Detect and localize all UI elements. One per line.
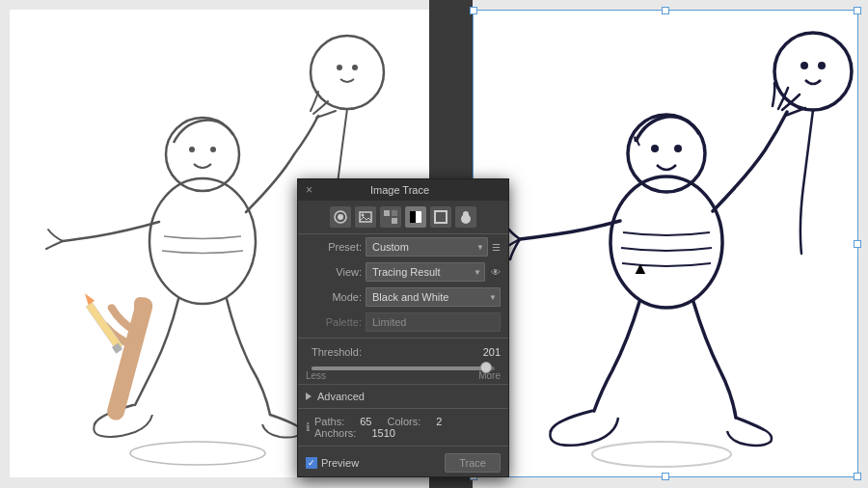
threshold-slider-fill bbox=[312, 366, 486, 370]
preset-icons-row bbox=[298, 201, 508, 234]
svg-point-6 bbox=[337, 65, 342, 70]
threshold-slider-container[interactable] bbox=[298, 365, 508, 370]
traced-illustration bbox=[474, 11, 859, 478]
preset-select-wrapper[interactable]: Custom ▼ bbox=[366, 237, 488, 257]
advanced-row[interactable]: Advanced bbox=[298, 388, 508, 405]
image-trace-panel: × Image Trace Preset: Custom ▼ ☰ bbox=[297, 178, 509, 477]
low-fidelity-preset-icon[interactable] bbox=[380, 206, 401, 228]
preset-row: Preset: Custom ▼ ☰ bbox=[298, 234, 508, 259]
selection-handle-tl[interactable] bbox=[470, 7, 477, 14]
panel-divider-3 bbox=[298, 408, 508, 409]
svg-rect-24 bbox=[392, 210, 397, 216]
threshold-less-label: Less bbox=[306, 370, 326, 381]
palette-select: Limited bbox=[366, 312, 501, 332]
svg-point-22 bbox=[362, 214, 365, 217]
preset-select[interactable]: Custom bbox=[366, 237, 488, 257]
advanced-expand-icon bbox=[306, 393, 312, 400]
right-canvas[interactable] bbox=[473, 10, 858, 477]
svg-rect-23 bbox=[384, 210, 390, 216]
svg-rect-26 bbox=[392, 218, 397, 224]
advanced-label[interactable]: Advanced bbox=[317, 391, 365, 402]
info-values: Paths: 65 Colors: 2 Anchors: 1510 bbox=[311, 416, 501, 439]
svg-point-31 bbox=[463, 211, 469, 217]
svg-point-13 bbox=[651, 145, 659, 152]
svg-point-14 bbox=[674, 145, 682, 152]
view-label: View: bbox=[306, 266, 362, 278]
svg-rect-25 bbox=[384, 218, 390, 224]
panel-divider-1 bbox=[298, 338, 508, 339]
svg-rect-21 bbox=[360, 212, 371, 222]
preview-checkbox-label[interactable]: ✓ Preview bbox=[306, 457, 359, 469]
paths-label: Paths: bbox=[314, 416, 344, 427]
paths-value: 65 bbox=[360, 416, 371, 427]
svg-point-0 bbox=[149, 178, 256, 304]
svg-point-2 bbox=[189, 147, 195, 152]
view-row: View: Tracing Result ▼ 👁 bbox=[298, 259, 508, 285]
preview-checkbox[interactable]: ✓ bbox=[306, 457, 317, 469]
mode-label: Mode: bbox=[306, 291, 362, 303]
svg-point-17 bbox=[800, 62, 808, 69]
black-white-preset-icon[interactable] bbox=[405, 206, 426, 228]
panel-divider-2 bbox=[298, 384, 508, 385]
svg-rect-28 bbox=[416, 211, 421, 223]
preset-menu-icon[interactable]: ☰ bbox=[492, 242, 501, 253]
threshold-value: 201 bbox=[474, 346, 501, 358]
view-select-wrapper[interactable]: Tracing Result ▼ bbox=[366, 262, 485, 282]
palette-row: Palette: Limited bbox=[298, 310, 508, 335]
cursor: ▲ bbox=[632, 258, 649, 279]
panel-titlebar: × Image Trace bbox=[298, 179, 508, 201]
svg-rect-29 bbox=[435, 211, 447, 223]
threshold-slider-thumb[interactable] bbox=[480, 362, 492, 373]
auto-color-preset-icon[interactable] bbox=[330, 206, 351, 228]
mode-row: Mode: Black and White ▼ bbox=[298, 285, 508, 310]
selection-handle-br[interactable] bbox=[854, 473, 861, 480]
anchors-label: Anchors: bbox=[314, 427, 356, 439]
threshold-label: Threshold: bbox=[306, 346, 362, 358]
threshold-label-row: Threshold: 201 bbox=[298, 341, 508, 363]
palette-select-wrapper: Limited bbox=[366, 312, 501, 332]
high-fidelity-preset-icon[interactable] bbox=[355, 206, 376, 228]
threshold-min-max: Less More bbox=[298, 370, 508, 381]
info-row: ℹ Paths: 65 Colors: 2 Anchors: 1510 bbox=[298, 412, 508, 443]
mode-select[interactable]: Black and White bbox=[366, 287, 501, 307]
preset-label: Preset: bbox=[306, 241, 362, 253]
svg-point-18 bbox=[818, 62, 826, 69]
mode-select-wrapper[interactable]: Black and White ▼ bbox=[366, 287, 501, 307]
panel-divider-4 bbox=[298, 446, 508, 447]
paths-colors-row: Paths: 65 Colors: 2 bbox=[314, 416, 501, 427]
svg-point-16 bbox=[774, 33, 852, 110]
svg-point-4 bbox=[130, 442, 265, 465]
panel-title: Image Trace bbox=[370, 184, 429, 196]
view-select[interactable]: Tracing Result bbox=[366, 262, 485, 282]
trace-button[interactable]: Trace bbox=[445, 453, 501, 473]
svg-point-20 bbox=[338, 214, 343, 220]
selection-handle-bc[interactable] bbox=[662, 473, 669, 480]
svg-point-3 bbox=[210, 147, 216, 152]
selection-handle-tr[interactable] bbox=[854, 7, 861, 14]
colors-value: 2 bbox=[436, 416, 442, 427]
silhouettes-preset-icon[interactable] bbox=[455, 206, 476, 228]
svg-point-5 bbox=[311, 36, 384, 109]
selection-handle-tc[interactable] bbox=[662, 7, 669, 14]
outlined-preset-icon[interactable] bbox=[430, 206, 451, 228]
anchors-value: 1510 bbox=[371, 427, 394, 439]
svg-point-15 bbox=[592, 442, 731, 467]
panel-bottom-row: ✓ Preview Trace bbox=[298, 449, 508, 476]
panel-close-button[interactable]: × bbox=[306, 183, 312, 197]
colors-label: Colors: bbox=[387, 416, 420, 427]
svg-point-11 bbox=[610, 176, 722, 308]
selection-handle-mr[interactable] bbox=[854, 240, 861, 248]
palette-label: Palette: bbox=[306, 316, 362, 328]
view-eye-icon[interactable]: 👁 bbox=[491, 267, 501, 278]
threshold-slider-track[interactable] bbox=[312, 366, 495, 370]
preview-label: Preview bbox=[321, 457, 359, 469]
svg-point-7 bbox=[352, 65, 358, 70]
anchors-row: Anchors: 1510 bbox=[314, 427, 501, 439]
